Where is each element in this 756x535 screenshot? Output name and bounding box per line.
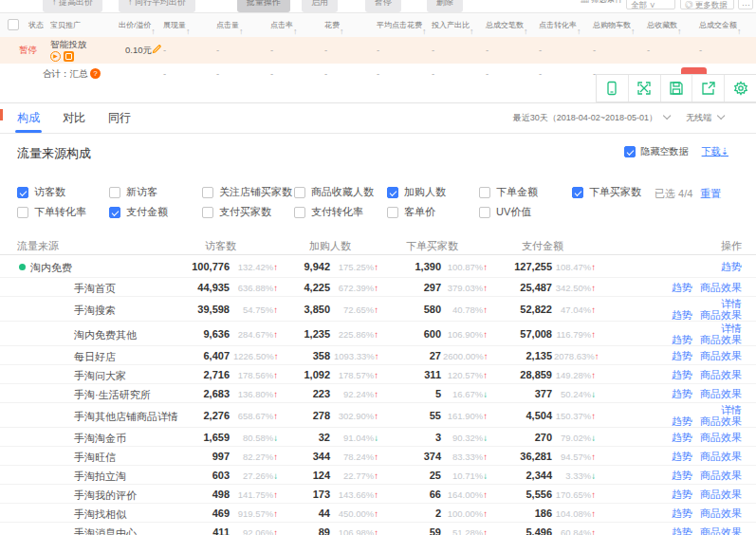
metric-filter[interactable]: UV价值 [479,205,531,219]
action-link-detail[interactable]: 详情 [721,298,742,309]
share-icon[interactable] [692,75,725,101]
date-range-selector[interactable]: 最近30天（2018-04-02~2018-05-01） [513,113,657,122]
action-link-product-effect[interactable]: 商品效果 [700,432,742,443]
metric-filter[interactable]: 支付买家数 [202,205,271,219]
settings-icon[interactable] [725,75,756,101]
action-link-product-effect[interactable]: 商品效果 [700,350,742,361]
action-link-trend[interactable]: 趋势 [672,309,692,321]
metric-filter[interactable]: 支付转化率 [294,205,363,219]
action-link-product-effect[interactable]: 商品效果 [700,507,742,519]
metric-filter[interactable]: 访客数 [17,185,65,199]
ad-toolbar-button[interactable]: 暂停 [365,0,401,12]
download-link[interactable]: 下载⇣ [702,145,728,158]
ad-toolbar-button[interactable]: ↑ 提高出价 [43,0,102,12]
ad-toolbar-button[interactable]: ↑ 同行平均出价 [119,0,195,12]
empty-value: - [539,68,542,79]
ad-column-header[interactable]: 总收藏数 ↑ [647,20,677,30]
metric-checkbox[interactable] [109,207,120,218]
metric-checkbox[interactable] [294,207,305,218]
ad-column-header[interactable]: 平均点击花费 ↑ [377,20,422,30]
action-link-product-effect[interactable]: 商品效果 [700,309,742,321]
action-link-trend[interactable]: 趋势 [721,261,742,272]
mobile-preview-icon[interactable] [597,75,629,101]
ad-toolbar-button[interactable]: 删除 [427,0,463,12]
ad-table-row[interactable]: 暂停 智能投放 ▶ 0.10元 ----------- [0,37,756,64]
ad-column-header[interactable]: 点击转化率 ↑ [539,20,577,30]
action-link-product-effect[interactable]: 商品效果 [700,415,742,427]
metric-filter[interactable]: 商品收藏人数 [294,185,374,199]
metric-checkbox[interactable] [479,207,490,218]
ad-toolbar-button[interactable]: 启用 [302,0,338,12]
play-icon[interactable]: ▶ [50,51,61,62]
hide-empty-checkbox[interactable] [624,146,636,157]
metric-checkbox[interactable] [572,187,583,198]
filter-dropdown[interactable]: 全部 ∨ [626,0,675,9]
action-link-trend[interactable]: 趋势 [672,507,692,519]
ad-column-header[interactable]: 出价/溢价 ↑ [119,20,151,30]
action-link-product-effect[interactable]: 商品效果 [700,388,742,399]
action-link-product-effect[interactable]: 商品效果 [700,489,742,500]
metric-checkbox[interactable] [479,187,490,198]
metric-checkbox[interactable] [387,207,398,218]
action-link-product-effect[interactable]: 商品效果 [700,334,742,345]
action-link-trend[interactable]: 趋势 [672,451,692,462]
action-link-trend[interactable]: 趋势 [672,432,692,443]
action-link-trend[interactable]: 趋势 [672,350,692,361]
metric-checkbox[interactable] [17,207,28,218]
ad-column-header[interactable]: 总成交金额 ↑ [699,20,737,30]
metric-checkbox[interactable] [202,187,213,198]
metric-checkbox[interactable] [17,187,28,198]
ad-column-header[interactable]: 投入产出比 ↑ [432,20,470,30]
action-link-product-effect[interactable]: 商品效果 [700,470,742,481]
action-link-trend[interactable]: 趋势 [672,282,692,293]
help-icon[interactable]: ? [90,68,101,79]
action-link-trend[interactable]: 趋势 [672,489,692,500]
metric-filter[interactable]: 客单价 [387,205,435,219]
action-link-trend[interactable]: 趋势 [672,369,692,380]
fullscreen-icon[interactable] [629,75,661,101]
tab-peers[interactable]: 同行 [97,103,142,133]
action-link-trend[interactable]: 趋势 [672,470,692,481]
action-link-trend[interactable]: 趋势 [672,388,692,399]
image-icon[interactable] [64,51,74,62]
action-link-product-effect[interactable]: 商品效果 [700,282,742,293]
action-link-product-effect[interactable]: 商品效果 [700,369,742,380]
ad-column-header[interactable]: 点击量 ↑ [216,20,239,30]
action-link-trend[interactable]: 趋势 [672,415,692,427]
metric-filter[interactable]: 下单买家数 [572,185,641,199]
ad-column-header[interactable]: 点击率 ↑ [270,20,293,30]
metric-filter[interactable]: 下单转化率 [17,205,86,219]
more-options-button[interactable]: ⋯ [738,0,753,9]
action-link-trend[interactable]: 趋势 [672,526,692,535]
save-icon[interactable] [661,75,693,101]
metric-checkbox[interactable] [202,207,213,218]
metric-filter[interactable]: 支付金额 [109,205,168,219]
action-link-product-effect[interactable]: 商品效果 [700,451,742,462]
metric-value: 66 [354,489,441,500]
metric-filter[interactable]: 新访客 [109,185,157,199]
reset-link[interactable]: 重置 [700,188,721,199]
action-link-product-effect[interactable]: 商品效果 [700,526,742,535]
metric-checkbox[interactable] [109,187,120,198]
ad-column-header[interactable]: 总成交笔数 ↑ [486,20,524,30]
ad-toolbar-button[interactable]: 批量操作 [237,0,290,12]
select-all-checkbox[interactable] [8,19,19,30]
traffic-source-name: 淘内免费 [30,261,72,275]
ad-column-header[interactable]: 展现量 ↑ [163,20,186,30]
more-data-button[interactable]: ◎ 更多数据 [680,0,734,9]
action-link-detail[interactable]: 详情 [721,404,742,415]
metric-filter[interactable]: 加购人数 [387,185,446,199]
ad-column-header[interactable]: 总购物车数 ↑ [593,20,631,30]
filter-conditions-label[interactable]: ▦ 筛选条件 ⌃ [581,0,632,6]
terminal-selector[interactable]: 无线端 [686,113,711,122]
metric-checkbox[interactable] [294,187,305,198]
action-link-detail[interactable]: 详情 [721,323,742,334]
metric-filter[interactable]: 下单金额 [479,185,538,199]
ad-column-header[interactable]: 花费 ↑ [324,20,340,30]
action-link-trend[interactable]: 趋势 [672,334,692,345]
tab-composition[interactable]: 构成 [6,103,51,133]
tab-compare[interactable]: 对比 [51,103,97,133]
metric-filter[interactable]: 关注店铺买家数 [202,185,292,199]
edit-bid-icon[interactable] [152,44,162,56]
metric-checkbox[interactable] [387,187,398,198]
